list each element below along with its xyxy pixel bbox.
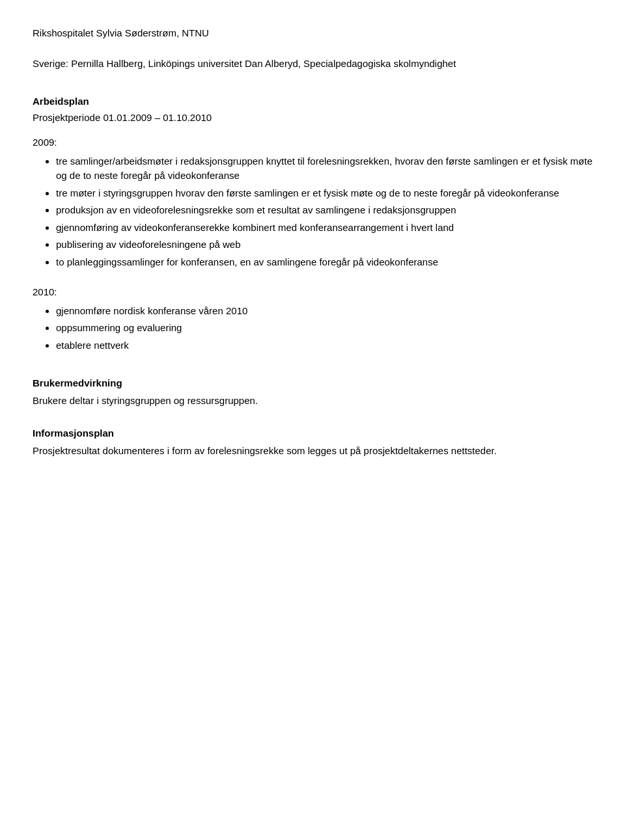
document-container: Rikshospitalet Sylvia Søderstrøm, NTNU S… — [33, 26, 592, 458]
informasjonsplan-text: Prosjektresultat dokumenteres i form av … — [33, 444, 592, 459]
brukermedvirkning-section: Brukermedvirkning Brukere deltar i styri… — [33, 376, 592, 408]
header-section: Rikshospitalet Sylvia Søderstrøm, NTNU S… — [33, 26, 592, 71]
informasjonsplan-title: Informasjonsplan — [33, 426, 592, 441]
list-item: gjennomføring av videokonferanserekke ko… — [56, 221, 592, 236]
list-item: etablere nettverk — [56, 338, 592, 353]
list-item: to planleggingssamlinger for konferansen… — [56, 255, 592, 270]
year2010-label: 2010: — [33, 285, 592, 300]
arbeidsplan-section: Arbeidsplan Prosjektperiode 01.01.2009 –… — [33, 94, 592, 125]
list-item: produksjon av en videoforelesningsrekke … — [56, 203, 592, 218]
year2010-bullet-list: gjennomføre nordisk konferanse våren 201… — [56, 304, 592, 353]
list-item: publisering av videoforelesningene på we… — [56, 237, 592, 252]
list-item: tre møter i styringsgruppen hvorav den f… — [56, 186, 592, 201]
list-item: gjennomføre nordisk konferanse våren 201… — [56, 304, 592, 319]
header-line1: Rikshospitalet Sylvia Søderstrøm, NTNU — [33, 26, 592, 41]
header-line2: Sverige: Pernilla Hallberg, Linköpings u… — [33, 57, 592, 72]
informasjonsplan-section: Informasjonsplan Prosjektresultat dokume… — [33, 426, 592, 458]
list-item: oppsummering og evaluering — [56, 321, 592, 336]
arbeidsplan-title: Arbeidsplan — [33, 94, 592, 109]
brukermedvirkning-text: Brukere deltar i styringsgruppen og ress… — [33, 394, 592, 409]
year2009-bullet-list: tre samlinger/arbeidsmøter i redaksjonsg… — [56, 154, 592, 270]
list-item: tre samlinger/arbeidsmøter i redaksjonsg… — [56, 154, 592, 183]
prosjektperiode: Prosjektperiode 01.01.2009 – 01.10.2010 — [33, 111, 592, 126]
year2009-label: 2009: — [33, 135, 592, 150]
brukermedvirkning-title: Brukermedvirkning — [33, 376, 592, 391]
year2009-section: 2009: tre samlinger/arbeidsmøter i redak… — [33, 135, 592, 269]
year2010-section: 2010: gjennomføre nordisk konferanse vår… — [33, 285, 592, 353]
